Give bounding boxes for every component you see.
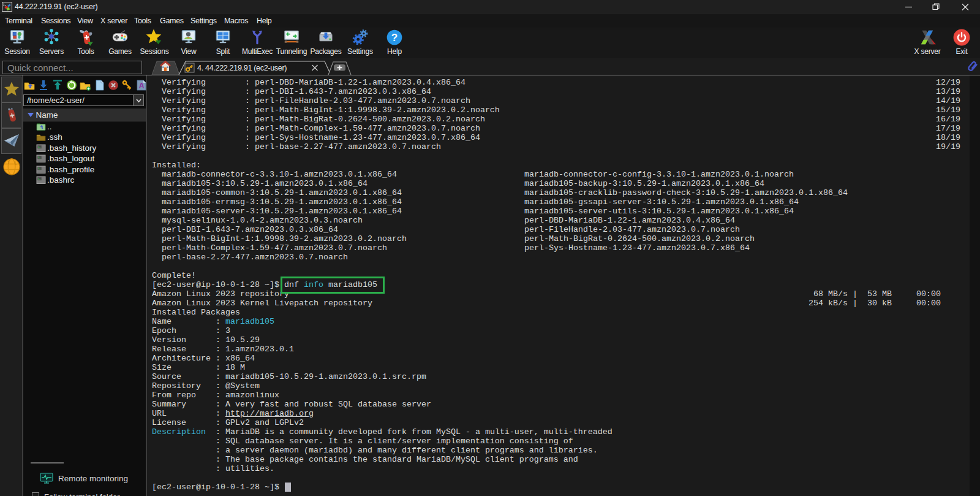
svg-text:4. 44.222.219.91 (ec2-user): 4. 44.222.219.91 (ec2-user) [197,64,287,72]
svg-text:A: A [139,82,145,90]
svg-text:?: ? [391,31,398,44]
